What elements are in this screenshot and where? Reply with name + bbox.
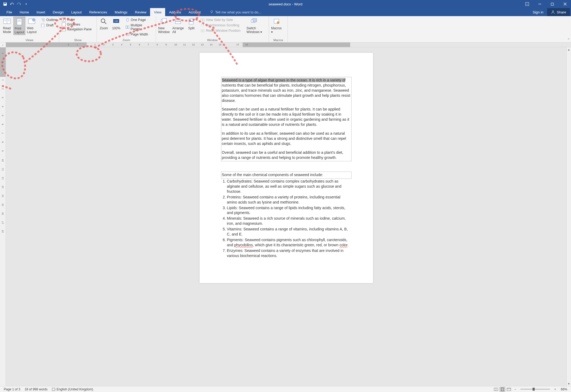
draft-button[interactable]: Draft	[40, 23, 58, 27]
maximize-button[interactable]	[546, 0, 558, 8]
ribbon-display-options-icon[interactable]	[521, 0, 533, 8]
page-width-icon	[125, 33, 130, 36]
zoom-label: Zoom	[100, 26, 108, 30]
redo-icon[interactable]	[17, 2, 22, 6]
svg-text:100: 100	[114, 20, 118, 22]
one-page-icon	[125, 18, 130, 22]
macros-icon	[272, 17, 281, 26]
svg-point-5	[211, 11, 213, 13]
horizontal-ruler[interactable]: 211234567891011121314151718	[6, 42, 571, 47]
svg-rect-28	[127, 19, 128, 21]
tab-file[interactable]: File	[3, 8, 16, 16]
print-layout-button[interactable]: PrintLayout	[13, 17, 25, 35]
svg-rect-33	[162, 19, 166, 22]
sync-scroll-label: Synchronous Scrolling	[206, 23, 239, 27]
svg-point-24	[101, 19, 105, 23]
side-by-side-icon	[200, 18, 205, 22]
tab-acrobat[interactable]: Acrobat	[185, 8, 204, 16]
tab-selector[interactable]: ⌐	[0, 42, 6, 47]
zoom-100-button[interactable]: 100 100%	[110, 17, 122, 31]
macros-label: Macros▾	[271, 26, 282, 34]
tell-me-search[interactable]: Tell me what you want to do...	[210, 8, 261, 16]
share-button[interactable]: Share	[547, 8, 570, 16]
svg-rect-29	[126, 26, 127, 28]
svg-rect-31	[126, 33, 129, 35]
draft-label: Draft	[46, 23, 54, 27]
synchronous-scrolling-button: Synchronous Scrolling	[199, 23, 243, 27]
web-layout-label: WebLayout	[27, 26, 37, 34]
save-icon[interactable]	[3, 2, 8, 6]
read-mode-icon	[3, 17, 11, 26]
read-mode-label: ReadMode	[3, 26, 11, 34]
lightbulb-icon	[210, 10, 214, 14]
zoom-100-label: 100%	[112, 26, 120, 30]
new-window-label: NewWindow	[158, 26, 170, 34]
print-layout-label: PrintLayout	[15, 27, 24, 34]
undo-icon[interactable]	[10, 2, 15, 6]
tab-design[interactable]: Design	[49, 8, 67, 16]
views-group-label: Views	[1, 38, 58, 42]
page-width-button[interactable]: Page Width	[124, 32, 153, 37]
navigation-pane-checkbox[interactable]: Navigation Pane	[62, 27, 92, 31]
collapse-ribbon-button[interactable]: ⌃	[567, 38, 570, 42]
svg-point-45	[277, 22, 279, 24]
share-icon	[551, 10, 555, 14]
close-button[interactable]	[559, 0, 571, 8]
sign-in-link[interactable]: Sign in	[530, 10, 546, 14]
svg-rect-35	[175, 22, 181, 24]
checkbox-icon: ✓	[62, 18, 66, 22]
view-side-by-side-button[interactable]: View Side by Side	[199, 18, 243, 22]
arrange-all-button[interactable]: ArrangeAll	[171, 17, 185, 34]
switch-windows-label: SwitchWindows ▾	[246, 26, 262, 34]
outline-icon	[41, 18, 45, 22]
web-layout-button[interactable]: WebLayout	[26, 17, 38, 34]
qat-customize-icon[interactable]: ▾	[24, 2, 29, 6]
web-layout-icon	[27, 17, 36, 26]
tab-home[interactable]: Home	[16, 8, 33, 16]
new-window-button[interactable]: NewWindow	[157, 17, 171, 34]
arrange-all-label: ArrangeAll	[172, 26, 184, 34]
tab-mailings[interactable]: Mailings	[111, 8, 131, 16]
gridlines-checkbox[interactable]: Gridlines	[62, 23, 92, 26]
tab-addins[interactable]: Add-Ins	[165, 8, 185, 16]
svg-rect-14	[17, 19, 22, 25]
show-group-label: Show	[60, 38, 95, 42]
zoom-group-label: Zoom	[98, 38, 155, 42]
split-icon	[187, 17, 196, 26]
one-page-label: One Page	[131, 18, 146, 22]
svg-line-25	[104, 22, 106, 24]
tell-me-placeholder: Tell me what you want to do...	[215, 10, 261, 14]
switch-windows-button[interactable]: SwitchWindows ▾	[245, 17, 263, 34]
tab-review[interactable]: Review	[131, 8, 150, 16]
svg-rect-34	[175, 19, 181, 21]
read-mode-button[interactable]: ReadMode	[1, 17, 13, 34]
gridlines-label: Gridlines	[67, 23, 80, 26]
macros-button[interactable]: Macros▾	[270, 17, 283, 34]
multiple-pages-icon	[125, 25, 130, 29]
multiple-pages-button[interactable]: Multiple Pages	[124, 23, 153, 31]
svg-rect-43	[253, 19, 257, 22]
zoom-100-icon: 100	[112, 17, 120, 26]
svg-rect-30	[128, 26, 129, 28]
tab-layout[interactable]: Layout	[68, 8, 86, 16]
svg-rect-40	[201, 30, 202, 32]
navigation-pane-label: Navigation Pane	[67, 27, 92, 31]
multiple-pages-label: Multiple Pages	[131, 23, 152, 31]
one-page-button[interactable]: One Page	[124, 18, 153, 22]
print-layout-icon	[15, 17, 24, 26]
svg-rect-39	[203, 19, 204, 21]
tab-view[interactable]: View	[150, 8, 165, 16]
zoom-button[interactable]: Zoom	[98, 17, 110, 31]
outline-button[interactable]: Outline	[40, 18, 58, 22]
ruler-checkbox[interactable]: ✓ Ruler	[62, 18, 92, 22]
reset-window-position-button: Reset Window Position	[199, 28, 243, 33]
split-label: Split	[188, 26, 194, 30]
split-button[interactable]: Split	[185, 17, 197, 31]
svg-point-7	[552, 11, 554, 12]
arrange-all-icon	[174, 17, 182, 26]
svg-rect-38	[201, 19, 202, 21]
tab-references[interactable]: References	[86, 8, 111, 16]
minimize-button[interactable]	[534, 0, 546, 8]
tab-insert[interactable]: Insert	[33, 8, 49, 16]
outline-label: Outline	[46, 18, 57, 22]
